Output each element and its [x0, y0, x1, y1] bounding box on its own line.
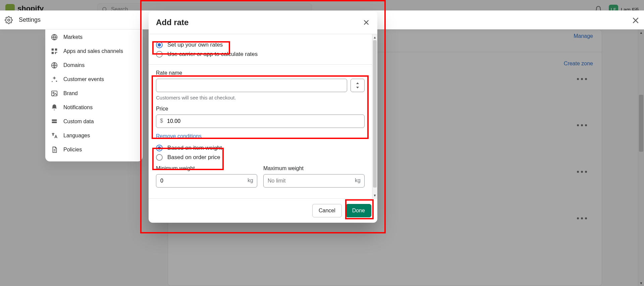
svg-point-12 — [56, 81, 57, 82]
radio-label: Based on item weight — [167, 145, 222, 151]
scroll-up-icon[interactable]: ▲ — [372, 34, 377, 40]
rate-name-label: Rate name — [156, 70, 365, 76]
sidebar-item-policies[interactable]: Policies — [45, 143, 143, 157]
radio-icon — [156, 154, 163, 161]
remove-conditions-link[interactable]: Remove conditions — [156, 133, 202, 139]
sort-icon — [356, 82, 360, 88]
radio-label: Set up your own rates — [167, 42, 223, 48]
price-input[interactable] — [156, 115, 365, 128]
sidebar-item-label: Brand — [63, 90, 78, 96]
price-label: Price — [156, 106, 365, 112]
radio-label: Based on order price — [167, 154, 220, 161]
weight-unit: kg — [248, 177, 253, 184]
rate-type-own-radio[interactable]: Set up your own rates — [156, 40, 365, 50]
svg-point-2 — [8, 19, 10, 21]
sidebar-item-markets[interactable]: Markets — [45, 30, 143, 44]
modal-scrollbar[interactable]: ▲ ▼ — [372, 34, 377, 198]
min-weight-input[interactable] — [156, 174, 257, 188]
svg-rect-17 — [52, 122, 57, 123]
radio-icon — [156, 42, 163, 48]
gear-icon — [5, 16, 13, 24]
scroll-thumb[interactable] — [373, 40, 377, 188]
divider — [149, 64, 372, 65]
rate-name-help: Customers will see this at checkout. — [156, 95, 365, 100]
radio-label: Use carrier or app to calculate rates — [167, 51, 258, 58]
rate-name-selector-button[interactable] — [351, 79, 365, 92]
rate-type-carrier-radio[interactable]: Use carrier or app to calculate rates — [156, 50, 365, 59]
sidebar-item-label: Notifications — [63, 104, 93, 111]
settings-title: Settings — [19, 16, 41, 23]
max-weight-label: Maximum weight — [263, 165, 365, 171]
sidebar-item-apps[interactable]: Apps and sales channels — [45, 44, 143, 58]
sidebar-item-label: Markets — [63, 34, 83, 40]
globe-icon — [51, 33, 58, 41]
sidebar-item-domains[interactable]: Domains — [45, 58, 143, 72]
sidebar-item-notifications[interactable]: Notifications — [45, 100, 143, 115]
add-rate-modal: Add rate Set up your own rates Use carri… — [149, 11, 377, 223]
svg-rect-14 — [52, 91, 57, 96]
svg-rect-6 — [52, 49, 54, 51]
domains-icon — [51, 62, 58, 69]
document-icon — [51, 146, 58, 153]
stack-icon — [51, 118, 58, 125]
svg-point-13 — [52, 81, 53, 82]
sidebar-item-label: Languages — [63, 133, 90, 139]
condition-price-radio[interactable]: Based on order price — [156, 153, 365, 162]
sidebar-item-label: Custom data — [63, 119, 94, 125]
sidebar-item-customer-events[interactable]: Customer events — [45, 72, 143, 86]
cancel-button[interactable]: Cancel — [312, 204, 342, 217]
apps-icon — [51, 48, 58, 55]
modal-title: Add rate — [156, 18, 189, 27]
svg-rect-8 — [52, 52, 54, 54]
modal-close-button[interactable] — [363, 19, 370, 26]
sidebar-item-brand[interactable]: Brand — [45, 86, 143, 100]
settings-close-button[interactable] — [631, 16, 640, 25]
sidebar-item-custom-data[interactable]: Custom data — [45, 115, 143, 129]
condition-weight-radio[interactable]: Based on item weight — [156, 143, 365, 153]
max-weight-input[interactable] — [263, 174, 365, 188]
svg-point-15 — [53, 92, 54, 93]
svg-rect-10 — [56, 52, 57, 53]
radio-icon — [156, 51, 163, 58]
sparkle-icon — [51, 76, 58, 83]
radio-icon — [156, 145, 163, 151]
sidebar-item-label: Customer events — [63, 76, 104, 82]
bell-icon — [51, 104, 58, 111]
svg-rect-16 — [52, 120, 57, 121]
rate-name-input[interactable] — [156, 79, 347, 92]
image-icon — [51, 90, 58, 97]
sidebar-item-label: Policies — [63, 147, 82, 153]
svg-rect-7 — [55, 49, 57, 51]
svg-rect-9 — [55, 52, 56, 54]
min-weight-label: Minimum weight — [156, 165, 257, 171]
weight-unit: kg — [355, 177, 361, 184]
done-button[interactable]: Done — [346, 204, 371, 217]
scroll-down-icon[interactable]: ▼ — [372, 192, 377, 198]
translate-icon — [51, 132, 58, 139]
sidebar-item-label: Apps and sales channels — [63, 48, 123, 54]
sidebar-item-label: Domains — [63, 62, 85, 68]
sidebar-item-languages[interactable]: Languages — [45, 129, 143, 143]
currency-symbol: $ — [160, 118, 163, 124]
settings-sidebar: Markets Apps and sales channels Domains … — [45, 29, 143, 161]
